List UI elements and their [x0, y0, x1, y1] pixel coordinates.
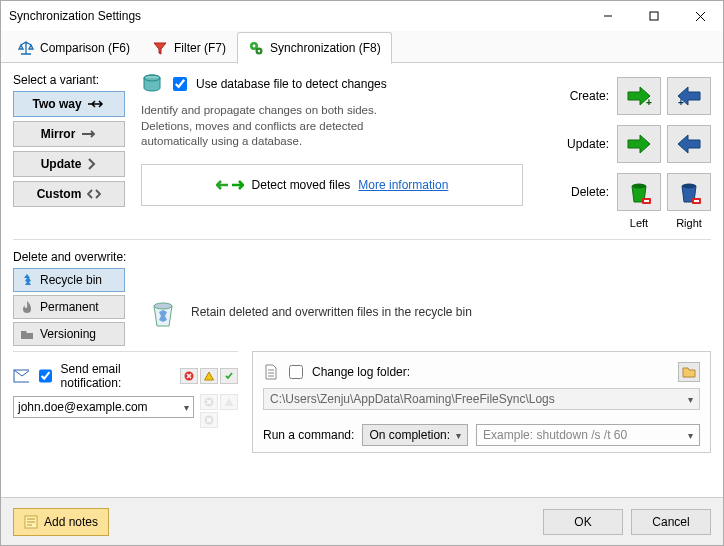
tab-label: Filter (F7)	[174, 41, 226, 55]
left-column-label: Left	[617, 217, 661, 229]
email-warning-disabled[interactable]	[220, 394, 238, 410]
create-left-button[interactable]: +	[617, 77, 661, 115]
tab-comparison[interactable]: Comparison (F6)	[7, 32, 141, 64]
update-label: Update:	[567, 137, 609, 151]
recycle-bin-blue-icon	[676, 178, 702, 206]
email-error-disabled2[interactable]	[200, 412, 218, 428]
delete-left-button[interactable]	[617, 173, 661, 211]
document-icon	[263, 364, 279, 380]
chevron-down-icon: ▾	[184, 402, 189, 413]
delete-option-permanent[interactable]: Permanent	[13, 295, 125, 319]
variant-description: Identify and propagate changes on both s…	[141, 103, 401, 150]
tab-label: Comparison (F6)	[40, 41, 130, 55]
email-warning-toggle[interactable]	[200, 368, 218, 384]
delete-option-versioning[interactable]: Versioning	[13, 322, 125, 346]
variant-two-way[interactable]: Two way	[13, 91, 125, 117]
email-level-toggles	[180, 368, 238, 384]
variant-mirror[interactable]: Mirror	[13, 121, 125, 147]
chevron-down-icon: ▾	[688, 430, 693, 441]
add-notes-button[interactable]: Add notes	[13, 508, 109, 536]
gears-icon	[248, 40, 264, 56]
change-log-folder-checkbox[interactable]	[289, 365, 303, 379]
command-placeholder: Example: shutdown /s /t 60	[483, 428, 627, 442]
tab-bar: Comparison (F6) Filter (F7) Synchronizat…	[1, 31, 723, 63]
svg-rect-1	[650, 12, 658, 20]
create-right-button[interactable]: +	[667, 77, 711, 115]
two-way-icon	[88, 99, 106, 109]
minimize-button[interactable]	[585, 1, 631, 31]
use-database-label: Use database file to detect changes	[196, 77, 387, 91]
titlebar: Synchronization Settings	[1, 1, 723, 31]
email-address-input[interactable]: john.doe@example.com ▾	[13, 396, 194, 418]
recycle-bin-large-icon	[145, 294, 181, 330]
tab-filter[interactable]: Filter (F7)	[141, 32, 237, 64]
email-error-disabled[interactable]	[200, 394, 218, 410]
variant-heading: Select a variant:	[13, 73, 133, 87]
option-label: Recycle bin	[40, 273, 102, 287]
svg-rect-14	[644, 200, 649, 202]
chevron-down-icon: ▾	[456, 430, 461, 441]
notes-label: Add notes	[44, 515, 98, 529]
delete-option-recycle[interactable]: Recycle bin	[13, 268, 125, 292]
chevron-right-icon	[87, 158, 97, 170]
variant-label: Mirror	[41, 127, 76, 141]
more-information-link[interactable]: More information	[358, 178, 448, 192]
arrow-right-green-icon	[624, 132, 654, 156]
svg-rect-17	[694, 200, 699, 202]
arrow-right-green-icon: +	[624, 84, 654, 108]
scales-icon	[18, 40, 34, 56]
update-right-button[interactable]	[667, 125, 711, 163]
variant-label: Update	[41, 157, 82, 171]
send-email-label: Send email notification:	[61, 362, 168, 390]
svg-text:+: +	[678, 97, 684, 108]
delete-right-button[interactable]	[667, 173, 711, 211]
browse-log-folder-button[interactable]	[678, 362, 700, 382]
email-error-toggle[interactable]	[180, 368, 198, 384]
delete-label: Delete:	[571, 185, 609, 199]
svg-point-7	[258, 50, 260, 52]
recycle-icon	[20, 273, 34, 287]
use-database-checkbox[interactable]	[173, 77, 187, 91]
cancel-button[interactable]: Cancel	[631, 509, 711, 535]
log-path-value: C:\Users\Zenju\AppData\Roaming\FreeFileS…	[270, 392, 555, 406]
option-label: Versioning	[40, 327, 96, 341]
log-folder-path[interactable]: C:\Users\Zenju\AppData\Roaming\FreeFileS…	[263, 388, 700, 410]
update-left-button[interactable]	[617, 125, 661, 163]
moved-files-icon	[216, 177, 244, 193]
svg-point-18	[154, 303, 172, 309]
create-label: Create:	[570, 89, 609, 103]
option-label: Permanent	[40, 300, 99, 314]
flame-icon	[20, 300, 34, 314]
run-command-label: Run a command:	[263, 428, 354, 442]
email-success-toggle[interactable]	[220, 368, 238, 384]
envelope-icon	[13, 369, 29, 383]
arrow-left-blue-icon: +	[674, 84, 704, 108]
svg-point-6	[253, 45, 256, 48]
variant-custom[interactable]: Custom	[13, 181, 125, 207]
close-button[interactable]	[677, 1, 723, 31]
maximize-button[interactable]	[631, 1, 677, 31]
window-title: Synchronization Settings	[9, 9, 585, 23]
change-log-folder-label: Change log folder:	[312, 365, 410, 379]
svg-text:+: +	[646, 97, 652, 108]
funnel-icon	[152, 40, 168, 56]
run-when-value: On completion:	[369, 428, 450, 442]
tab-synchronization[interactable]: Synchronization (F8)	[237, 32, 392, 64]
send-email-checkbox[interactable]	[39, 369, 52, 383]
command-input[interactable]: Example: shutdown /s /t 60 ▾	[476, 424, 700, 446]
variant-label: Two way	[32, 97, 81, 111]
code-icon	[87, 189, 101, 199]
ok-button[interactable]: OK	[543, 509, 623, 535]
delete-description: Retain deleted and overwritten files in …	[191, 305, 472, 319]
svg-point-12	[632, 184, 646, 189]
detect-moved-label: Detect moved files	[252, 178, 351, 192]
run-when-select[interactable]: On completion: ▾	[362, 424, 468, 446]
tab-label: Synchronization (F8)	[270, 41, 381, 55]
variant-update[interactable]: Update	[13, 151, 125, 177]
delete-heading: Delete and overwrite:	[13, 250, 711, 264]
right-column-label: Right	[667, 217, 711, 229]
folder-icon	[20, 327, 34, 341]
chevron-down-icon: ▾	[688, 394, 693, 405]
detect-moved-panel: Detect moved files More information	[141, 164, 523, 206]
arrow-right-icon	[81, 129, 97, 139]
